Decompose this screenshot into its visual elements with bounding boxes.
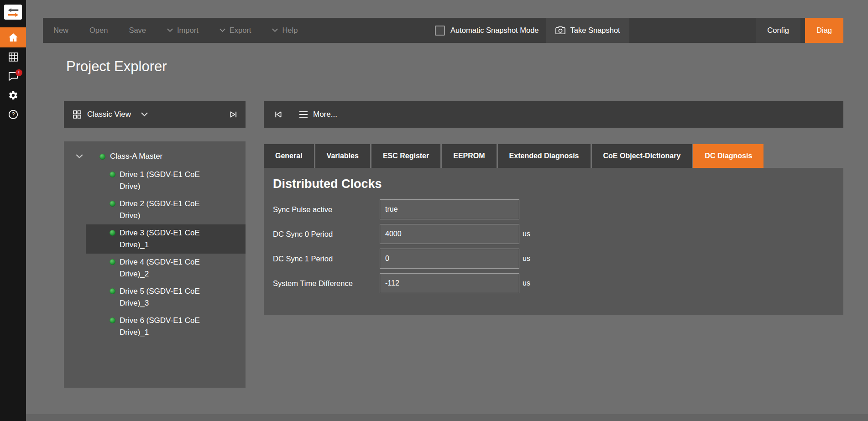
status-dot-green bbox=[110, 172, 115, 177]
camera-icon bbox=[555, 26, 565, 35]
field-unit: us bbox=[523, 230, 530, 238]
detail-toolbar: More... bbox=[264, 101, 843, 128]
open-button-label: Open bbox=[89, 26, 108, 35]
detail-panel: More... General Variables ESC Register E… bbox=[264, 101, 843, 315]
skip-start-icon bbox=[274, 110, 282, 119]
app-logo[interactable] bbox=[4, 5, 22, 20]
dc-sync0-period-input[interactable] bbox=[380, 224, 519, 244]
sidebar-item-grid[interactable] bbox=[0, 47, 26, 67]
tab-esc-register[interactable]: ESC Register bbox=[371, 144, 440, 168]
mode-group: Config Diag bbox=[756, 18, 843, 43]
view-selector-bar: Classic View bbox=[64, 101, 246, 128]
status-dot-green bbox=[99, 154, 105, 160]
tab-eeprom[interactable]: EEPROM bbox=[442, 144, 496, 168]
diag-button-label: Diag bbox=[816, 26, 832, 34]
chevron-down-icon bbox=[167, 28, 173, 32]
home-icon bbox=[8, 33, 18, 42]
tree-item-label: Drive 4 (SGDV-E1 CoE Drive)_2 bbox=[120, 256, 213, 280]
detail-tabs: General Variables ESC Register EEPROM Ex… bbox=[264, 144, 843, 168]
open-button[interactable]: Open bbox=[79, 18, 118, 43]
collapse-detail-button[interactable] bbox=[268, 101, 288, 128]
help-button-label: Help bbox=[282, 26, 298, 35]
chevron-down-icon bbox=[220, 28, 225, 32]
tree-item-drive-1[interactable]: Drive 1 (SGDV-E1 CoE Drive) bbox=[86, 166, 246, 195]
tree-item-label: Drive 5 (SGDV-E1 CoE Drive)_3 bbox=[120, 286, 213, 309]
dashboard-grid-icon bbox=[73, 110, 81, 119]
tree-item-label: Drive 3 (SGDV-E1 CoE Drive)_1 bbox=[120, 227, 213, 251]
tab-coe-object-dictionary[interactable]: CoE Object-Dictionary bbox=[592, 144, 692, 168]
new-button-label: New bbox=[53, 26, 68, 35]
import-button-label: Import bbox=[177, 26, 199, 35]
tab-general[interactable]: General bbox=[264, 144, 314, 168]
auto-snapshot-label: Automatic Snapshot Mode bbox=[450, 26, 539, 35]
project-explorer-panel: Classic View Class-A Master bbox=[64, 101, 246, 388]
svg-text:?: ? bbox=[11, 111, 15, 118]
chevron-down-icon bbox=[141, 112, 148, 117]
gear-icon bbox=[8, 90, 18, 100]
field-label: DC Sync 1 Period bbox=[273, 255, 380, 263]
tree-item-label: Drive 6 (SGDV-E1 CoE Drive)_1 bbox=[120, 315, 213, 338]
field-dc-sync0-period: DC Sync 0 Period us bbox=[273, 224, 834, 244]
chevron-down-icon[interactable] bbox=[76, 154, 83, 159]
notification-badge: ! bbox=[16, 69, 22, 76]
tab-dc-diagnosis[interactable]: DC Diagnosis bbox=[693, 144, 763, 168]
diag-mode-button[interactable]: Diag bbox=[805, 18, 843, 43]
app-sidebar: ! ? bbox=[0, 0, 26, 421]
more-menu-button[interactable]: More... bbox=[292, 101, 345, 128]
config-mode-button[interactable]: Config bbox=[756, 18, 800, 43]
tree-item-drive-6[interactable]: Drive 6 (SGDV-E1 CoE Drive)_1 bbox=[86, 312, 246, 341]
snapshot-group: Automatic Snapshot Mode Take Snapshot bbox=[435, 18, 629, 43]
grid-icon bbox=[9, 52, 18, 62]
view-selector-label: Classic View bbox=[87, 110, 131, 119]
tree-item-class-a-master[interactable]: Class-A Master bbox=[64, 147, 246, 166]
tree-item-label: Drive 2 (SGDV-E1 CoE Drive) bbox=[120, 198, 213, 222]
tree-item-drive-4[interactable]: Drive 4 (SGDV-E1 CoE Drive)_2 bbox=[86, 254, 246, 283]
tree-item-label: Drive 1 (SGDV-E1 CoE Drive) bbox=[120, 169, 213, 192]
sidebar-item-settings[interactable] bbox=[0, 86, 26, 105]
view-selector-dropdown-button[interactable] bbox=[133, 101, 156, 128]
sidebar-nav: ! ? bbox=[0, 27, 26, 124]
take-snapshot-button[interactable]: Take Snapshot bbox=[546, 18, 629, 43]
bottom-strip bbox=[26, 414, 868, 421]
sidebar-item-help[interactable]: ? bbox=[0, 105, 26, 124]
status-dot-green bbox=[110, 288, 115, 294]
system-time-difference-input[interactable] bbox=[380, 273, 519, 293]
view-selector[interactable]: Classic View bbox=[64, 101, 133, 128]
skip-end-icon bbox=[229, 110, 237, 119]
tree-item-drive-5[interactable]: Drive 5 (SGDV-E1 CoE Drive)_3 bbox=[86, 283, 246, 312]
dc-diagnosis-panel: Distributed Clocks Sync Pulse active DC … bbox=[264, 168, 843, 315]
field-label: DC Sync 0 Period bbox=[273, 230, 380, 239]
field-label: System Time Difference bbox=[273, 279, 380, 288]
field-dc-sync1-period: DC Sync 1 Period us bbox=[273, 249, 834, 269]
tree-item-drive-3[interactable]: Drive 3 (SGDV-E1 CoE Drive)_1 bbox=[86, 224, 246, 254]
field-unit: us bbox=[523, 255, 530, 263]
logo-arrows-icon bbox=[7, 8, 19, 17]
new-button[interactable]: New bbox=[43, 18, 79, 43]
field-label: Sync Pulse active bbox=[273, 205, 380, 214]
tree-item-drive-2[interactable]: Drive 2 (SGDV-E1 CoE Drive) bbox=[86, 195, 246, 224]
sidebar-item-home[interactable] bbox=[0, 27, 26, 47]
export-menu-button[interactable]: Export bbox=[209, 18, 262, 43]
status-dot-green bbox=[110, 317, 115, 323]
tree-item-label: Class-A Master bbox=[110, 151, 162, 162]
field-unit: us bbox=[523, 279, 530, 287]
tab-extended-diagnosis[interactable]: Extended Diagnosis bbox=[498, 144, 591, 168]
export-button-label: Export bbox=[230, 26, 251, 35]
help-menu-button[interactable]: Help bbox=[261, 18, 308, 43]
status-dot-green bbox=[110, 230, 115, 236]
sidebar-item-messages[interactable]: ! bbox=[0, 67, 26, 86]
status-dot-green bbox=[110, 201, 115, 207]
save-button[interactable]: Save bbox=[118, 18, 157, 43]
import-menu-button[interactable]: Import bbox=[157, 18, 209, 43]
section-title: Distributed Clocks bbox=[273, 177, 834, 191]
main-toolbar: New Open Save Import Export Help Automat… bbox=[43, 18, 843, 43]
collapse-panel-button[interactable] bbox=[221, 101, 246, 128]
tab-variables[interactable]: Variables bbox=[315, 144, 370, 168]
dc-sync1-period-input[interactable] bbox=[380, 249, 519, 269]
auto-snapshot-checkbox[interactable] bbox=[435, 26, 445, 36]
field-sync-pulse-active: Sync Pulse active bbox=[273, 199, 834, 219]
take-snapshot-label: Take Snapshot bbox=[570, 26, 620, 35]
save-button-label: Save bbox=[129, 26, 146, 35]
sync-pulse-active-input[interactable] bbox=[380, 199, 519, 219]
device-tree: Class-A Master Drive 1 (SGDV-E1 CoE Driv… bbox=[64, 141, 246, 388]
